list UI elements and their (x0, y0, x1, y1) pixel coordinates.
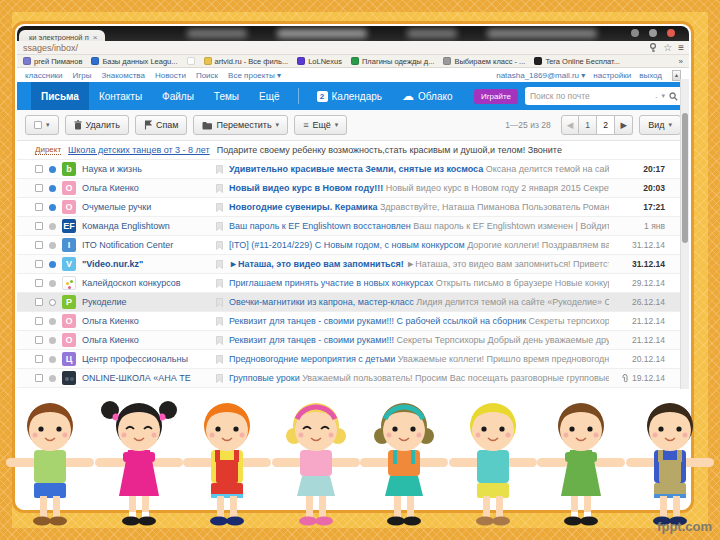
move-button[interactable]: Переместить▾ (193, 115, 288, 135)
row-checkbox[interactable] (35, 203, 43, 211)
read-status-icon[interactable] (49, 261, 56, 268)
read-status-icon[interactable] (49, 337, 56, 344)
browser-menu-icon[interactable]: ≡ (678, 42, 683, 53)
page-button-2[interactable]: 2 (597, 115, 615, 135)
tab-close-icon[interactable]: × (93, 33, 98, 41)
bookmark-item[interactable]: Базы данных Leagu... (91, 57, 177, 66)
bookmark-item[interactable]: Плагины одежды д... (351, 57, 434, 66)
bookmark-item[interactable]: artvid.ru - Все филь... (204, 57, 289, 66)
row-checkbox[interactable] (35, 184, 43, 192)
ad-link[interactable]: Школа детских танцев от 3 - 8 лет (68, 145, 210, 155)
portal-link[interactable]: Все проекты ▾ (228, 71, 281, 80)
flag-marker-icon[interactable] (216, 165, 223, 174)
email-row[interactable]: IITO Notification Center[ITO] (#11-2014/… (17, 236, 689, 255)
flag-marker-icon[interactable] (216, 317, 223, 326)
bookmarks-overflow-icon[interactable]: » (679, 57, 683, 66)
email-row[interactable]: ООльга КиенкоНовый видео курс в Новом го… (17, 179, 689, 198)
email-row[interactable]: ООльга КиенкоРеквизит для танцев - своим… (17, 312, 689, 331)
logout-link[interactable]: выход (639, 71, 662, 80)
search-icon[interactable] (669, 92, 678, 101)
portal-link[interactable]: классники (25, 71, 63, 80)
account-menu[interactable]: natasha_1869@mail.ru ▾ (496, 71, 585, 80)
row-checkbox[interactable] (35, 336, 43, 344)
portal-link[interactable]: Поиск (196, 71, 218, 80)
email-row[interactable]: EFКоманда EnglishtownВаш пароль к EF Eng… (17, 217, 689, 236)
search-scope-dropdown-icon[interactable]: ▾ (661, 92, 665, 100)
mail-tab-темы[interactable]: Темы (204, 82, 249, 110)
read-status-icon[interactable] (49, 223, 56, 230)
email-row[interactable]: ONLINE-ШКОЛА «АНА ТЕГрупповые уроки Уваж… (17, 369, 689, 388)
flag-marker-icon[interactable] (216, 374, 223, 383)
bookmark-star-icon[interactable]: ☆ (663, 42, 672, 53)
next-page-button[interactable]: ▶ (615, 115, 633, 135)
scrollbar-thumb[interactable] (682, 113, 688, 243)
page-button-1[interactable]: 1 (579, 115, 597, 135)
more-button[interactable]: ≡Ещё▾ (294, 115, 347, 135)
bookmark-item[interactable]: Выбираем класс - ... (443, 57, 525, 66)
flag-marker-icon[interactable] (216, 222, 223, 231)
flag-marker-icon[interactable] (216, 203, 223, 212)
cloud-link[interactable]: ☁ Облако (392, 82, 463, 110)
email-row[interactable]: bНаука и жизньУдивительно красивые места… (17, 160, 689, 179)
close-icon[interactable] (667, 29, 675, 37)
row-checkbox[interactable] (35, 165, 43, 173)
email-row[interactable]: Калейдоскоп конкурсовПриглашаем принять … (17, 274, 689, 293)
row-checkbox[interactable] (35, 317, 43, 325)
flag-marker-icon[interactable] (216, 241, 223, 250)
read-status-icon[interactable] (49, 356, 56, 363)
direct-ad-row[interactable]: Директ Школа детских танцев от 3 - 8 лет… (17, 141, 689, 160)
settings-link[interactable]: настройки (593, 71, 631, 80)
email-row[interactable]: ЦЦентр профессиональныПредновогодние мер… (17, 350, 689, 369)
address-bar[interactable]: ssages/inbox/ ☆ ≡ (17, 41, 689, 55)
read-status-icon[interactable] (49, 318, 56, 325)
select-all-button[interactable]: ▾ (25, 115, 59, 135)
row-checkbox[interactable] (35, 374, 43, 382)
email-row[interactable]: ООльга КиенкоРеквизит для танцев - своим… (17, 331, 689, 350)
browser-tab[interactable]: ки электронной п × (19, 30, 105, 41)
row-checkbox[interactable] (35, 241, 43, 249)
flag-marker-icon[interactable] (216, 355, 223, 364)
bookmark-item[interactable]: LoLNexus (297, 57, 342, 66)
prev-page-button[interactable]: ◀ (561, 115, 580, 135)
row-checkbox[interactable] (35, 222, 43, 230)
read-status-icon[interactable] (49, 280, 56, 287)
bookmark-item[interactable]: ргей Пиманов (23, 57, 82, 66)
spam-button[interactable]: Спам (135, 115, 188, 135)
flag-marker-icon[interactable] (216, 336, 223, 345)
key-icon[interactable] (649, 43, 657, 53)
row-checkbox[interactable] (35, 355, 43, 363)
flag-marker-icon[interactable] (216, 298, 223, 307)
read-status-icon[interactable] (49, 242, 56, 249)
email-row[interactable]: ООчумелые ручкиНовогодние сувениры. Кера… (17, 198, 689, 217)
email-row[interactable]: V"Video.nur.kz"►Наташа, это видео вам за… (17, 255, 689, 274)
flag-marker-icon[interactable] (216, 279, 223, 288)
mail-tab-письма[interactable]: Письма (31, 82, 89, 110)
flag-marker-icon[interactable] (216, 184, 223, 193)
mail-tab-файлы[interactable]: Файлы (152, 82, 204, 110)
read-status-icon[interactable] (49, 185, 56, 192)
row-checkbox[interactable] (35, 279, 43, 287)
delete-button[interactable]: Удалить (65, 115, 129, 135)
read-status-icon[interactable] (49, 204, 56, 211)
mail-search-input[interactable]: Поиск по почте - ▾ (525, 87, 683, 105)
row-checkbox[interactable] (35, 298, 43, 306)
select-all-checkbox[interactable] (34, 121, 42, 129)
flag-marker-icon[interactable] (216, 260, 223, 269)
read-status-icon[interactable] (49, 299, 56, 306)
read-status-icon[interactable] (49, 375, 56, 382)
portal-link[interactable]: Новости (155, 71, 186, 80)
page-scrollbar[interactable] (680, 79, 689, 389)
view-button[interactable]: Вид▾ (639, 115, 681, 135)
play-button[interactable]: Играйте (474, 89, 518, 104)
portal-link[interactable]: Игры (73, 71, 92, 80)
bookmark-item[interactable]: Tera Online Бесплат... (534, 57, 620, 66)
mail-tab-ещё[interactable]: Ещё (249, 82, 289, 110)
row-checkbox[interactable] (35, 260, 43, 268)
email-row[interactable]: PРукоделиеОвечки-магнитики из капрона, м… (17, 293, 689, 312)
bookmark-item[interactable] (187, 57, 195, 65)
restore-icon[interactable] (649, 29, 657, 37)
mail-tab-контакты[interactable]: Контакты (89, 82, 152, 110)
calendar-link[interactable]: 2 Календарь (307, 82, 392, 110)
read-status-icon[interactable] (49, 166, 56, 173)
portal-link[interactable]: Знакомства (101, 71, 145, 80)
